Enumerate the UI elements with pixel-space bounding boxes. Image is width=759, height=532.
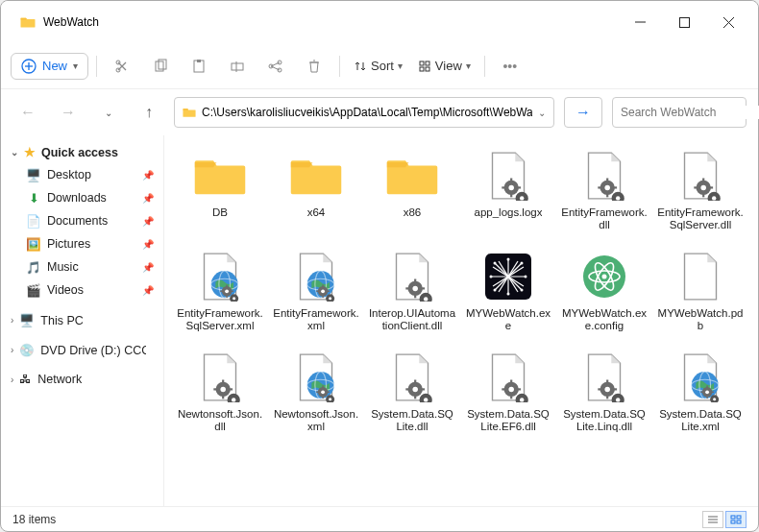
file-item[interactable]: System.Data.SQLite.EF6.dll (460, 347, 556, 447)
file-label: DB (212, 206, 228, 219)
file-item[interactable]: System.Data.SQLite.xml (652, 347, 748, 447)
search-box[interactable] (612, 97, 747, 128)
window-title: WebWatch (43, 15, 99, 29)
sidebar-this-pc[interactable]: › 🖥️ This PC (5, 309, 159, 331)
sidebar-dvd-drive[interactable]: › 💿 DVD Drive (D:) CCCC (5, 339, 159, 361)
svg-rect-55 (426, 67, 429, 71)
file-item[interactable]: MYWebWatch.exe (460, 246, 556, 347)
gearfile-icon (574, 351, 635, 404)
sidebar-item-label: Documents (47, 214, 108, 228)
sidebar-item-desktop[interactable]: 🖥️Desktop📌 (5, 163, 159, 186)
file-item[interactable]: Newtonsoft.Json.xml (268, 347, 364, 447)
folder-icon (189, 149, 251, 203)
file-label: MYWebWatch.pdb (656, 307, 745, 332)
file-label: System.Data.SQLite.Linq.dll (560, 408, 649, 433)
network-icon: 🖧 (19, 373, 32, 386)
gearfile-icon (189, 351, 251, 404)
file-item[interactable]: MYWebWatch.pdb (652, 246, 748, 347)
file-label: EntityFramework.SqlServer.xml (176, 307, 264, 332)
file-list[interactable]: DBx64x86app_logs.logxEntityFramework.dll… (164, 135, 758, 506)
sidebar-item-documents[interactable]: 📄Documents📌 (5, 209, 159, 232)
file-item[interactable]: System.Data.SQLite.dll (364, 347, 460, 447)
copy-button[interactable] (143, 51, 178, 82)
file-label: System.Data.SQLite.EF6.dll (464, 408, 552, 433)
svg-rect-54 (420, 67, 424, 71)
paste-button[interactable] (182, 51, 216, 82)
file-item[interactable]: DB (172, 145, 268, 246)
chevron-down-icon: ▾ (73, 60, 78, 71)
file-label: x86 (404, 206, 422, 219)
share-button[interactable] (258, 51, 293, 82)
sidebar-quick-access[interactable]: ⌄ ★ Quick access (5, 141, 159, 163)
folder-icon (20, 14, 36, 30)
file-item[interactable]: EntityFramework.xml (268, 246, 364, 347)
downloads-icon: ⬇ (26, 190, 41, 206)
file-item[interactable]: x86 (364, 145, 460, 246)
file-item[interactable]: app_logs.logx (460, 145, 556, 246)
sidebar-item-label: Desktop (47, 168, 91, 181)
sidebar-network[interactable]: › 🖧 Network (5, 369, 159, 390)
svg-rect-64 (737, 520, 741, 523)
address-bar[interactable]: ⌄ (174, 97, 554, 128)
svg-rect-35 (679, 17, 689, 27)
icons-view-button[interactable] (725, 511, 747, 528)
svg-rect-63 (731, 520, 735, 523)
details-view-button[interactable] (702, 511, 723, 528)
file-label: x64 (307, 206, 326, 219)
file-item[interactable]: EntityFramework.SqlServer.dll (652, 145, 748, 246)
sidebar-item-label: Music (47, 260, 79, 274)
search-input[interactable] (621, 106, 759, 119)
svg-rect-61 (731, 516, 735, 519)
file-item[interactable]: EntityFramework.SqlServer.xml (172, 246, 268, 347)
sidebar-item-music[interactable]: 🎵Music📌 (5, 255, 159, 278)
documents-icon: 📄 (26, 213, 41, 229)
file-item[interactable]: x64 (268, 145, 364, 246)
titlebar: WebWatch (1, 1, 758, 43)
back-button[interactable]: ← (12, 97, 43, 128)
item-count: 18 items (12, 513, 56, 526)
path-input[interactable] (202, 106, 532, 119)
sidebar-item-videos[interactable]: 🎬Videos📌 (5, 278, 159, 302)
gearfile-icon (381, 250, 443, 303)
chevron-down-icon: ▾ (466, 60, 471, 71)
go-refresh-button[interactable]: → (564, 97, 602, 128)
file-item[interactable]: Interop.UIAutomationClient.dll (364, 246, 460, 347)
xmlfile-icon (285, 250, 347, 303)
gearfile-icon (477, 351, 539, 404)
sidebar-item-label: Downloads (47, 191, 107, 205)
sidebar-item-downloads[interactable]: ⬇Downloads📌 (5, 186, 159, 209)
folder-icon (183, 106, 196, 119)
minimize-button[interactable] (618, 7, 662, 37)
recent-dropdown[interactable]: ⌄ (93, 97, 124, 128)
file-item[interactable]: MYWebWatch.exe.config (556, 246, 652, 347)
sidebar-item-label: Pictures (47, 237, 90, 251)
sort-button[interactable]: Sort ▾ (348, 59, 408, 73)
paste-icon (191, 59, 207, 74)
file-item[interactable]: System.Data.SQLite.Linq.dll (556, 347, 652, 447)
gearfile-icon (381, 351, 443, 404)
new-button[interactable]: New ▾ (11, 53, 88, 80)
sidebar-item-pictures[interactable]: 🖼️Pictures📌 (5, 232, 159, 255)
window-tab[interactable]: WebWatch (9, 9, 110, 36)
file-label: EntityFramework.SqlServer.dll (656, 206, 745, 231)
desktop-icon: 🖥️ (26, 167, 41, 182)
chevron-down-icon[interactable]: ⌄ (538, 108, 546, 118)
up-button[interactable]: ↑ (134, 97, 164, 128)
view-icon (418, 60, 431, 73)
file-item[interactable]: EntityFramework.dll (556, 145, 652, 246)
sidebar: ⌄ ★ Quick access 🖥️Desktop📌⬇Downloads📌📄D… (1, 135, 164, 506)
cut-button[interactable] (105, 51, 139, 82)
file-label: EntityFramework.dll (560, 206, 649, 231)
disc-icon: 💿 (19, 343, 35, 357)
maximize-button[interactable] (662, 7, 706, 37)
delete-button[interactable] (297, 51, 331, 82)
more-button[interactable]: ••• (493, 51, 527, 82)
view-button[interactable]: View ▾ (412, 59, 477, 73)
explorer-window: WebWatch New ▾ Sort (0, 0, 759, 532)
file-label: System.Data.SQLite.dll (368, 408, 456, 433)
close-button[interactable] (706, 7, 750, 37)
rename-button[interactable] (220, 51, 255, 82)
pin-icon: 📌 (142, 216, 154, 227)
file-item[interactable]: Newtonsoft.Json.dll (172, 347, 268, 447)
forward-button[interactable]: → (53, 97, 84, 128)
